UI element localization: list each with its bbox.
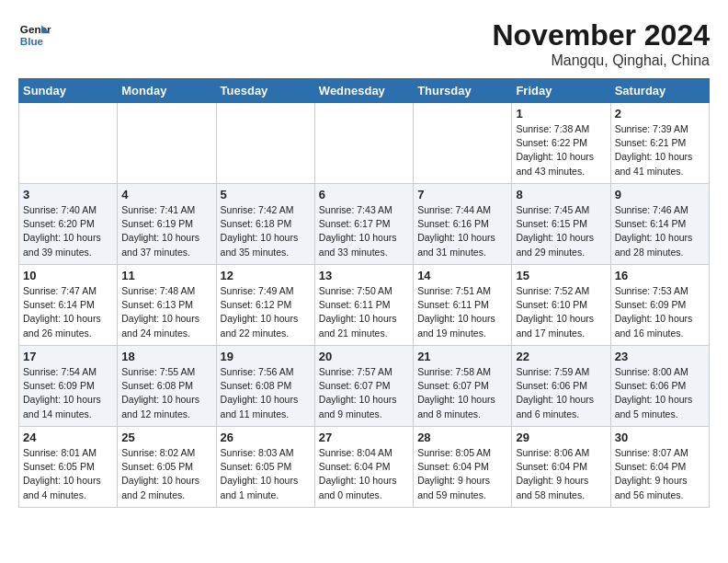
day-content: Sunrise: 7:40 AM Sunset: 6:20 PM Dayligh… <box>23 203 113 259</box>
calendar-cell: 17Sunrise: 7:54 AM Sunset: 6:09 PM Dayli… <box>19 346 118 427</box>
day-content: Sunrise: 7:42 AM Sunset: 6:18 PM Dayligh… <box>221 203 311 259</box>
day-number: 1 <box>516 107 606 121</box>
day-number: 19 <box>221 350 311 363</box>
calendar-cell: 11Sunrise: 7:48 AM Sunset: 6:13 PM Dayli… <box>118 265 216 346</box>
col-header-sunday: Sunday <box>19 79 118 103</box>
calendar-cell: 15Sunrise: 7:52 AM Sunset: 6:10 PM Dayli… <box>512 265 610 346</box>
header-row: SundayMondayTuesdayWednesdayThursdayFrid… <box>19 79 710 103</box>
day-number: 24 <box>23 431 113 444</box>
day-number: 21 <box>417 350 507 363</box>
day-number: 7 <box>417 188 507 201</box>
svg-text:Blue: Blue <box>20 35 44 47</box>
week-row-5: 24Sunrise: 8:01 AM Sunset: 6:05 PM Dayli… <box>19 427 710 508</box>
calendar-cell: 29Sunrise: 8:06 AM Sunset: 6:04 PM Dayli… <box>512 427 610 508</box>
day-number: 4 <box>121 188 211 201</box>
calendar-cell: 22Sunrise: 7:59 AM Sunset: 6:06 PM Dayli… <box>512 346 610 427</box>
day-number: 8 <box>516 188 606 201</box>
calendar-cell: 13Sunrise: 7:50 AM Sunset: 6:11 PM Dayli… <box>314 265 413 346</box>
calendar-cell: 30Sunrise: 8:07 AM Sunset: 6:04 PM Dayli… <box>610 427 709 508</box>
day-number: 15 <box>516 269 606 282</box>
day-content: Sunrise: 7:52 AM Sunset: 6:10 PM Dayligh… <box>516 284 606 340</box>
day-content: Sunrise: 7:45 AM Sunset: 6:15 PM Dayligh… <box>516 203 606 259</box>
page-header: General Blue November 2024 Mangqu, Qingh… <box>18 18 710 69</box>
day-content: Sunrise: 7:44 AM Sunset: 6:16 PM Dayligh… <box>417 203 507 259</box>
day-content: Sunrise: 7:51 AM Sunset: 6:11 PM Dayligh… <box>417 284 507 340</box>
week-row-4: 17Sunrise: 7:54 AM Sunset: 6:09 PM Dayli… <box>19 346 710 427</box>
day-number: 30 <box>615 431 705 444</box>
calendar-cell: 25Sunrise: 8:02 AM Sunset: 6:05 PM Dayli… <box>118 427 216 508</box>
day-content: Sunrise: 7:39 AM Sunset: 6:21 PM Dayligh… <box>615 122 705 178</box>
day-content: Sunrise: 7:54 AM Sunset: 6:09 PM Dayligh… <box>23 365 113 421</box>
day-number: 18 <box>121 350 211 363</box>
calendar-cell: 9Sunrise: 7:46 AM Sunset: 6:14 PM Daylig… <box>610 184 709 265</box>
day-content: Sunrise: 8:05 AM Sunset: 6:04 PM Dayligh… <box>417 446 507 502</box>
calendar-cell: 12Sunrise: 7:49 AM Sunset: 6:12 PM Dayli… <box>216 265 314 346</box>
day-number: 9 <box>615 188 705 201</box>
day-number: 27 <box>319 431 409 444</box>
calendar-cell: 20Sunrise: 7:57 AM Sunset: 6:07 PM Dayli… <box>314 346 413 427</box>
title-block: November 2024 Mangqu, Qinghai, China <box>492 18 710 69</box>
day-content: Sunrise: 7:58 AM Sunset: 6:07 PM Dayligh… <box>417 365 507 421</box>
week-row-2: 3Sunrise: 7:40 AM Sunset: 6:20 PM Daylig… <box>19 184 710 265</box>
calendar-cell: 5Sunrise: 7:42 AM Sunset: 6:18 PM Daylig… <box>216 184 314 265</box>
day-number: 10 <box>23 269 113 282</box>
day-number: 23 <box>615 350 705 363</box>
calendar-cell: 4Sunrise: 7:41 AM Sunset: 6:19 PM Daylig… <box>118 184 216 265</box>
day-number: 2 <box>615 107 705 121</box>
calendar-cell: 8Sunrise: 7:45 AM Sunset: 6:15 PM Daylig… <box>512 184 610 265</box>
week-row-1: 1Sunrise: 7:38 AM Sunset: 6:22 PM Daylig… <box>19 103 710 184</box>
svg-text:General: General <box>20 23 51 35</box>
calendar-cell: 18Sunrise: 7:55 AM Sunset: 6:08 PM Dayli… <box>118 346 216 427</box>
day-number: 20 <box>319 350 409 363</box>
col-header-monday: Monday <box>118 79 216 103</box>
logo: General Blue <box>18 18 51 52</box>
calendar-cell: 2Sunrise: 7:39 AM Sunset: 6:21 PM Daylig… <box>610 103 709 184</box>
calendar-cell <box>19 103 118 184</box>
day-number: 25 <box>121 431 211 444</box>
calendar-cell: 26Sunrise: 8:03 AM Sunset: 6:05 PM Dayli… <box>216 427 314 508</box>
day-number: 16 <box>615 269 705 282</box>
col-header-saturday: Saturday <box>610 79 709 103</box>
calendar-cell: 28Sunrise: 8:05 AM Sunset: 6:04 PM Dayli… <box>414 427 512 508</box>
day-content: Sunrise: 7:43 AM Sunset: 6:17 PM Dayligh… <box>319 203 409 259</box>
calendar-cell: 7Sunrise: 7:44 AM Sunset: 6:16 PM Daylig… <box>414 184 512 265</box>
day-content: Sunrise: 8:03 AM Sunset: 6:05 PM Dayligh… <box>221 446 311 502</box>
day-content: Sunrise: 7:53 AM Sunset: 6:09 PM Dayligh… <box>615 284 705 340</box>
day-content: Sunrise: 7:56 AM Sunset: 6:08 PM Dayligh… <box>221 365 311 421</box>
calendar-cell <box>314 103 413 184</box>
day-content: Sunrise: 7:50 AM Sunset: 6:11 PM Dayligh… <box>319 284 409 340</box>
day-number: 11 <box>121 269 211 282</box>
day-content: Sunrise: 8:00 AM Sunset: 6:06 PM Dayligh… <box>615 365 705 421</box>
calendar-cell: 1Sunrise: 7:38 AM Sunset: 6:22 PM Daylig… <box>512 103 610 184</box>
day-number: 17 <box>23 350 113 363</box>
calendar-cell: 6Sunrise: 7:43 AM Sunset: 6:17 PM Daylig… <box>314 184 413 265</box>
day-number: 22 <box>516 350 606 363</box>
calendar-cell <box>414 103 512 184</box>
day-content: Sunrise: 7:49 AM Sunset: 6:12 PM Dayligh… <box>221 284 311 340</box>
day-content: Sunrise: 8:04 AM Sunset: 6:04 PM Dayligh… <box>319 446 409 502</box>
day-content: Sunrise: 8:07 AM Sunset: 6:04 PM Dayligh… <box>615 446 705 502</box>
calendar-cell: 14Sunrise: 7:51 AM Sunset: 6:11 PM Dayli… <box>414 265 512 346</box>
week-row-3: 10Sunrise: 7:47 AM Sunset: 6:14 PM Dayli… <box>19 265 710 346</box>
day-content: Sunrise: 8:02 AM Sunset: 6:05 PM Dayligh… <box>121 446 211 502</box>
calendar-cell: 23Sunrise: 8:00 AM Sunset: 6:06 PM Dayli… <box>610 346 709 427</box>
calendar-cell <box>118 103 216 184</box>
day-content: Sunrise: 8:06 AM Sunset: 6:04 PM Dayligh… <box>516 446 606 502</box>
day-content: Sunrise: 8:01 AM Sunset: 6:05 PM Dayligh… <box>23 446 113 502</box>
calendar-cell: 16Sunrise: 7:53 AM Sunset: 6:09 PM Dayli… <box>610 265 709 346</box>
calendar-cell: 3Sunrise: 7:40 AM Sunset: 6:20 PM Daylig… <box>19 184 118 265</box>
day-number: 26 <box>221 431 311 444</box>
calendar-cell: 10Sunrise: 7:47 AM Sunset: 6:14 PM Dayli… <box>19 265 118 346</box>
day-number: 6 <box>319 188 409 201</box>
day-content: Sunrise: 7:48 AM Sunset: 6:13 PM Dayligh… <box>121 284 211 340</box>
calendar-cell: 19Sunrise: 7:56 AM Sunset: 6:08 PM Dayli… <box>216 346 314 427</box>
day-number: 28 <box>417 431 507 444</box>
day-content: Sunrise: 7:57 AM Sunset: 6:07 PM Dayligh… <box>319 365 409 421</box>
calendar-cell: 21Sunrise: 7:58 AM Sunset: 6:07 PM Dayli… <box>414 346 512 427</box>
day-number: 14 <box>417 269 507 282</box>
day-content: Sunrise: 7:46 AM Sunset: 6:14 PM Dayligh… <box>615 203 705 259</box>
col-header-wednesday: Wednesday <box>314 79 413 103</box>
calendar-cell: 27Sunrise: 8:04 AM Sunset: 6:04 PM Dayli… <box>314 427 413 508</box>
day-content: Sunrise: 7:38 AM Sunset: 6:22 PM Dayligh… <box>516 122 606 178</box>
col-header-friday: Friday <box>512 79 610 103</box>
